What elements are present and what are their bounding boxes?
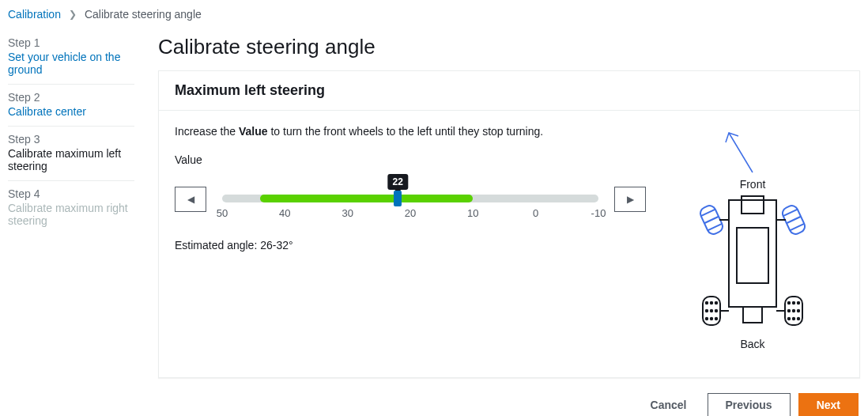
wizard-step-3: Step 3 Calibrate maximum left steering [8, 127, 134, 181]
chevron-right-icon: ❯ [69, 9, 77, 20]
svg-rect-12 [737, 228, 768, 283]
svg-rect-11 [742, 196, 764, 214]
svg-line-8 [787, 217, 801, 223]
breadcrumb-root[interactable]: Calibration [8, 8, 61, 21]
estimated-angle: Estimated angle: 26-32° [175, 239, 646, 251]
svg-point-33 [793, 310, 794, 312]
svg-point-32 [788, 310, 790, 312]
page-title: Calibrate steering angle [158, 35, 860, 59]
card-title: Maximum left steering [175, 82, 843, 99]
svg-text:Front: Front [740, 178, 766, 191]
step-title: Calibrate maximum right steering [8, 202, 134, 227]
vehicle-diagram: Front [662, 125, 843, 357]
svg-point-25 [706, 318, 708, 320]
instruction-text: Increase the Value to turn the front whe… [175, 125, 646, 138]
svg-point-26 [711, 318, 712, 320]
svg-point-23 [711, 310, 712, 312]
svg-line-0 [729, 133, 753, 172]
car-top-view-icon: Front [674, 125, 832, 354]
svg-rect-17 [743, 307, 762, 323]
step-title: Set your vehicle on the ground [8, 51, 134, 76]
wizard-steps: Step 1 Set your vehicle on the ground St… [0, 30, 142, 416]
svg-point-30 [793, 302, 794, 304]
svg-line-4 [704, 217, 719, 223]
cancel-button[interactable]: Cancel [638, 392, 700, 416]
svg-point-31 [798, 302, 799, 304]
svg-point-27 [715, 318, 717, 320]
svg-line-5 [708, 224, 722, 230]
increment-button[interactable]: ▶ [614, 187, 646, 212]
calibration-card: Maximum left steering Increase the Value… [158, 70, 860, 378]
svg-point-35 [788, 318, 790, 320]
svg-point-19 [706, 302, 708, 304]
breadcrumb: Calibration ❯ Calibrate steering angle [0, 0, 868, 30]
svg-point-37 [798, 318, 799, 320]
svg-point-21 [715, 302, 717, 304]
breadcrumb-current: Calibrate steering angle [85, 8, 202, 21]
step-label: Step 3 [8, 133, 134, 146]
step-label: Step 4 [8, 187, 134, 200]
slider-track[interactable] [222, 195, 598, 202]
svg-line-3 [701, 210, 715, 216]
step-title: Calibrate center [8, 105, 134, 118]
value-label: Value [175, 153, 646, 166]
svg-line-7 [783, 210, 798, 216]
svg-point-29 [788, 302, 790, 304]
decrement-button[interactable]: ◀ [175, 187, 206, 212]
step-title: Calibrate maximum left steering [8, 147, 134, 172]
svg-point-24 [715, 310, 717, 312]
svg-point-22 [706, 310, 708, 312]
wizard-step-1[interactable]: Step 1 Set your vehicle on the ground [8, 30, 134, 85]
slider-ticks: 50 40 30 20 10 0 -10 [222, 207, 598, 221]
wizard-step-2[interactable]: Step 2 Calibrate center [8, 85, 134, 127]
svg-point-20 [711, 302, 712, 304]
slider-fill [260, 195, 474, 202]
svg-line-9 [790, 224, 804, 230]
wizard-footer: Cancel Previous Next [158, 378, 860, 416]
svg-point-36 [793, 318, 794, 320]
previous-button[interactable]: Previous [708, 393, 791, 416]
wizard-step-4: Step 4 Calibrate maximum right steering [8, 181, 134, 235]
slider-tooltip: 22 [388, 174, 408, 190]
step-label: Step 1 [8, 36, 134, 49]
step-label: Step 2 [8, 91, 134, 104]
slider-handle[interactable] [394, 191, 402, 206]
triangle-left-icon: ◀ [187, 194, 194, 205]
value-slider[interactable]: 22 50 40 30 20 10 0 [222, 177, 598, 221]
svg-point-34 [798, 310, 799, 312]
triangle-right-icon: ▶ [627, 194, 634, 205]
next-button[interactable]: Next [798, 393, 859, 416]
svg-text:Back: Back [740, 338, 765, 350]
